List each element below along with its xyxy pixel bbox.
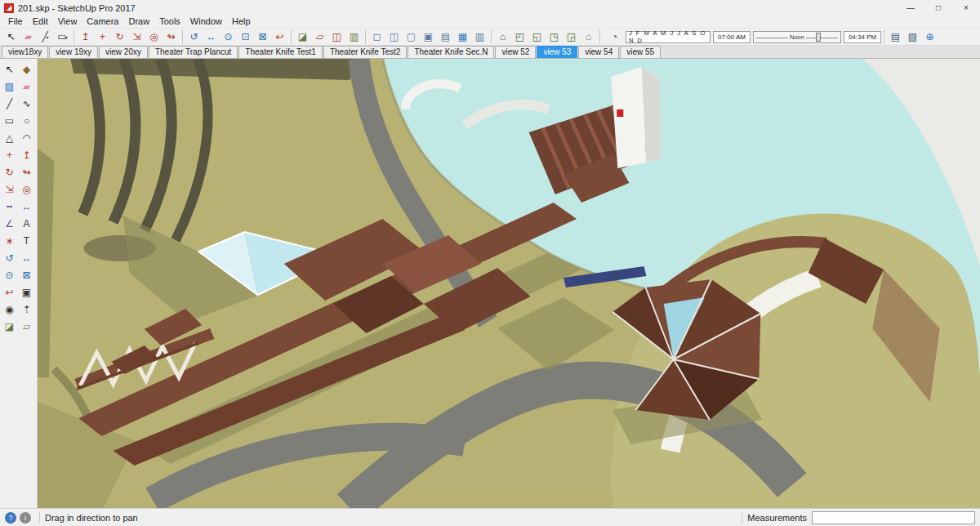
shadow-settings-icon[interactable]: ◔ — [606, 29, 623, 45]
move-tool-icon[interactable]: + — [94, 29, 111, 45]
zoom-tool-icon[interactable]: ⊙ — [220, 29, 237, 45]
style-monochrome-icon[interactable]: ▥ — [471, 29, 488, 45]
scene-tab-view-52[interactable]: view 52 — [495, 46, 536, 58]
scene-tab-theater-knife-test1[interactable]: Theater Knife Test1 — [238, 46, 323, 58]
circle-tool-icon[interactable]: ○ — [18, 112, 35, 129]
protractor-tool-icon[interactable]: ∠ — [1, 215, 18, 232]
help-icon[interactable]: ? — [5, 512, 16, 524]
freehand-tool-icon[interactable]: ∿ — [18, 95, 35, 112]
display-section-cuts-toggle-icon[interactable]: ◫ — [328, 29, 345, 45]
view-iso-icon[interactable]: ⌂ — [494, 29, 511, 45]
menu-draw[interactable]: Draw — [123, 16, 154, 28]
rotate-tool-icon[interactable]: ↻ — [111, 29, 128, 45]
eraser-tool-icon[interactable]: ▰ — [18, 78, 35, 95]
follow-me-tool-icon[interactable]: ↬ — [18, 163, 35, 181]
styles-panel-icon[interactable]: ▧ — [904, 29, 921, 45]
view-back-icon[interactable]: ◲ — [563, 29, 580, 45]
zoom-tool-icon[interactable]: ⊙ — [1, 266, 18, 283]
section-display-tool-icon[interactable]: ▱ — [18, 318, 35, 335]
walk-tool-icon[interactable]: ⇡ — [18, 301, 35, 318]
style-wireframe-icon[interactable]: ▢ — [403, 29, 420, 45]
scene-tab-theater-trap-plancut[interactable]: Theater Trap Plancut — [149, 46, 238, 58]
menu-tools[interactable]: Tools — [154, 16, 185, 28]
layers-panel-icon[interactable]: ▤ — [887, 29, 904, 45]
measurements-input[interactable] — [812, 511, 975, 524]
menu-file[interactable]: File — [3, 16, 28, 28]
polygon-tool-icon[interactable]: △ — [1, 129, 18, 146]
previous-view-tool-icon[interactable]: ↩ — [1, 283, 18, 301]
geo-location-glyph: ⊕ — [925, 31, 933, 42]
text-tool-icon[interactable]: A — [18, 215, 35, 232]
eraser-tool-icon[interactable]: ▰ — [20, 29, 37, 45]
shapes-tool-icon[interactable]: ▭▾ — [54, 29, 71, 45]
select-tool-icon[interactable]: ↖ — [1, 60, 18, 78]
zoom-extents-tool-icon[interactable]: ⊠ — [18, 266, 35, 283]
axes-tool-icon[interactable]: ∗ — [1, 232, 18, 249]
orbit-tool-icon[interactable]: ↺ — [1, 249, 18, 266]
offset-tool-icon[interactable]: ◎ — [18, 181, 35, 198]
follow-me-tool-icon[interactable]: ↬ — [163, 29, 180, 45]
minimize-button[interactable]: — — [897, 0, 924, 16]
time-slider-handle[interactable] — [816, 33, 821, 42]
push-pull-tool-icon[interactable]: ↥ — [18, 146, 35, 163]
make-component-tool-icon[interactable]: ◆ — [18, 60, 35, 78]
close-button[interactable]: × — [952, 0, 980, 16]
offset-tool-icon[interactable]: ◎ — [145, 29, 163, 45]
menu-camera[interactable]: Camera — [82, 16, 123, 28]
position-camera-tool-icon[interactable]: ▣ — [18, 283, 35, 301]
menu-window[interactable]: Window — [185, 16, 227, 28]
shadow-time-slider[interactable]: Noon — [753, 31, 841, 43]
display-section-cuts-toggle-glyph: ◫ — [332, 31, 341, 42]
style-hidden-line-icon[interactable]: ▣ — [420, 29, 437, 45]
scene-tab-view-19xy[interactable]: view 19xy — [49, 46, 98, 58]
dimension-tool-icon[interactable]: ↔ — [18, 198, 35, 215]
view-left-icon[interactable]: ⌂ — [580, 29, 597, 45]
rotate-tool-icon[interactable]: ↻ — [1, 163, 18, 181]
move-tool-icon[interactable]: + — [1, 146, 18, 163]
geo-location-icon[interactable]: i — [20, 512, 31, 524]
style-back-edges-icon[interactable]: ◫ — [385, 29, 403, 45]
menu-help[interactable]: Help — [227, 16, 256, 28]
scale-tool-icon[interactable]: ⇲ — [1, 181, 18, 198]
rectangle-tool-icon[interactable]: ▭ — [1, 112, 18, 129]
scene-tab-view-20xy[interactable]: view 20xy — [99, 46, 148, 58]
style-xray-icon[interactable]: ◻ — [368, 29, 385, 45]
pan-tool-icon[interactable]: ↔ — [203, 29, 220, 45]
pan-tool-icon[interactable]: ↔ — [18, 249, 35, 266]
scale-tool-icon[interactable]: ⇲ — [128, 29, 145, 45]
menu-view[interactable]: View — [53, 16, 82, 28]
shadow-date-slider[interactable]: J F M A M J J A S O N D — [626, 31, 710, 43]
scene-tab-view-54[interactable]: view 54 — [578, 46, 619, 58]
scene-tab-theater-knife-test2[interactable]: Theater Knife Test2 — [323, 46, 408, 58]
zoom-extents-tool-icon[interactable]: ⊠ — [254, 29, 271, 45]
look-around-tool-icon[interactable]: ◉ — [1, 301, 18, 318]
zoom-previous-tool-icon[interactable]: ↩ — [271, 29, 288, 45]
zoom-window-tool-icon[interactable]: ⊡ — [237, 29, 254, 45]
push-pull-tool-icon[interactable]: ↥ — [77, 29, 94, 45]
view-top-icon[interactable]: ◰ — [511, 29, 528, 45]
viewport[interactable] — [38, 59, 980, 508]
display-section-fill-toggle-icon[interactable]: ▥ — [345, 29, 363, 45]
scene-tab-view-53[interactable]: view 53 — [537, 46, 577, 58]
orbit-tool-icon[interactable]: ↺ — [185, 29, 203, 45]
select-tool-icon[interactable]: ↖ — [2, 29, 20, 45]
menu-edit[interactable]: Edit — [28, 16, 53, 28]
geo-location-icon[interactable]: ⊕ — [921, 29, 938, 45]
scene-tab-view-55[interactable]: view 55 — [620, 46, 661, 58]
line-tool-icon[interactable]: ╱▾ — [37, 29, 54, 45]
style-shaded-icon[interactable]: ▤ — [437, 29, 454, 45]
maximize-button[interactable]: □ — [924, 0, 952, 16]
display-section-planes-toggle-icon[interactable]: ▱ — [311, 29, 328, 45]
arc-tool-icon[interactable]: ◠ — [18, 129, 35, 146]
view-front-icon[interactable]: ◱ — [528, 29, 546, 45]
paint-bucket-tool-icon[interactable]: ▨ — [1, 78, 18, 95]
view-right-icon[interactable]: ◳ — [546, 29, 563, 45]
scene-tab-view18xy[interactable]: view18xy — [2, 46, 48, 58]
tape-measure-tool-icon[interactable]: ╍ — [1, 198, 18, 215]
section-plane-tool-icon[interactable]: ◪ — [294, 29, 311, 45]
section-plane-tool-icon[interactable]: ◪ — [1, 318, 18, 335]
style-shaded-textures-icon[interactable]: ▦ — [454, 29, 471, 45]
3d-text-tool-icon[interactable]: T — [18, 232, 35, 249]
scene-tab-theater-knife-secn[interactable]: Theater Knife Sec.N — [408, 46, 494, 58]
line-tool-icon[interactable]: ╱ — [1, 95, 18, 112]
